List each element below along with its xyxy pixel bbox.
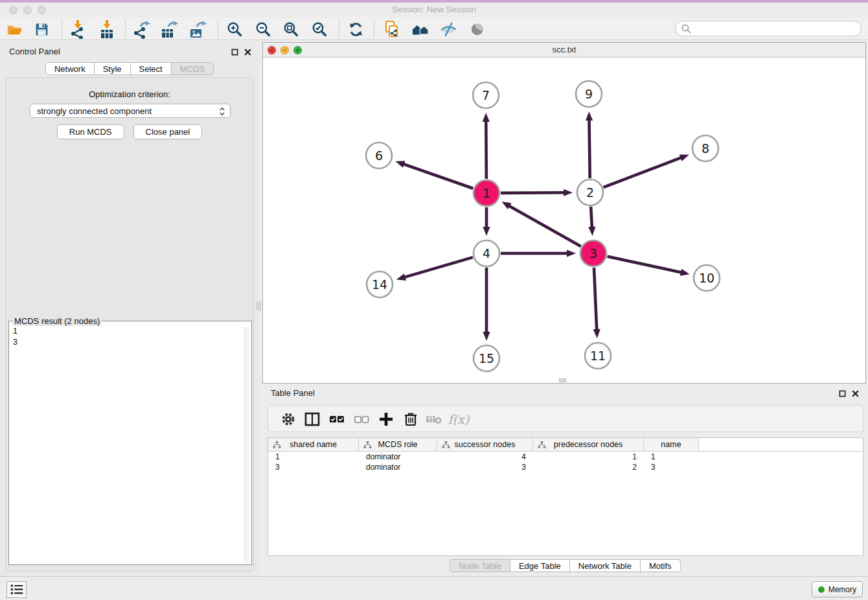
minimize-network-icon[interactable]: [280, 46, 289, 54]
tab-style[interactable]: Style: [95, 62, 131, 75]
delete-column-icon[interactable]: [402, 410, 420, 428]
column-header-shared-name[interactable]: shared name: [268, 438, 359, 451]
zoom-selected-icon[interactable]: [310, 19, 328, 39]
home-icon[interactable]: [411, 19, 429, 39]
clone-network-icon[interactable]: [383, 19, 401, 39]
float-window-icon[interactable]: [839, 388, 846, 400]
zoom-in-icon[interactable]: [225, 19, 244, 39]
settings-gear-icon[interactable]: [279, 410, 297, 428]
tab-network-table[interactable]: Network Table: [570, 559, 641, 572]
zoom-out-icon[interactable]: [254, 19, 272, 39]
mcds-result-node: 1: [9, 326, 251, 337]
table-cell: dominator: [359, 462, 437, 472]
column-header-predecessor-nodes[interactable]: predecessor nodes: [533, 438, 644, 451]
import-table-icon[interactable]: [98, 19, 116, 39]
tab-motifs[interactable]: Motifs: [641, 559, 681, 572]
column-header-label: MCDS role: [378, 440, 417, 449]
column-layout-icon[interactable]: [303, 410, 321, 428]
search-input[interactable]: [675, 21, 862, 36]
edge-3-11[interactable]: [594, 268, 597, 330]
open-file-icon[interactable]: [5, 19, 23, 39]
network-window-title: scc.txt: [263, 43, 865, 54]
tab-node-table[interactable]: Node Table: [450, 559, 510, 572]
refresh-layout-icon[interactable]: [347, 19, 365, 39]
float-window-icon[interactable]: [231, 47, 238, 58]
export-table-icon[interactable]: [160, 19, 178, 39]
table-panel-title: Table Panel: [271, 388, 315, 398]
titlebar[interactable]: Session: New Session: [0, 3, 868, 17]
select-all-columns-icon[interactable]: [328, 410, 346, 428]
birds-eye-view-glyph: [469, 21, 486, 38]
mcds-result-text[interactable]: 13: [9, 326, 251, 564]
toolbar-separator: [374, 20, 374, 38]
save-session-icon[interactable]: [32, 19, 51, 39]
arrowhead-2-3: [588, 227, 595, 236]
export-network-glyph: [132, 20, 150, 39]
zoom-fit-icon[interactable]: [282, 19, 300, 39]
tab-mcds[interactable]: MCDS: [172, 62, 214, 75]
edge-4-14[interactable]: [404, 257, 472, 277]
graph-node-label-10: 10: [699, 271, 714, 285]
close-icon[interactable]: [244, 47, 251, 58]
arrowhead-4-3: [567, 249, 576, 257]
edge-3-10[interactable]: [607, 257, 681, 273]
column-header-successor-nodes[interactable]: successor nodes: [437, 438, 533, 451]
optimization-criterion-label: Optimization criterion:: [6, 89, 253, 99]
delete-table-icon[interactable]: [425, 410, 443, 428]
function-builder-icon[interactable]: f(x): [450, 410, 468, 428]
table-row[interactable]: 3dominator323: [268, 462, 863, 472]
birds-eye-view-icon[interactable]: [468, 19, 486, 39]
edge-1-2[interactable]: [501, 192, 565, 193]
result-scrollbar[interactable]: [244, 327, 250, 563]
edge-2-8[interactable]: [604, 157, 682, 187]
edge-2-9[interactable]: [589, 119, 590, 178]
add-column-icon[interactable]: [377, 410, 395, 428]
column-header-name[interactable]: name: [644, 438, 699, 451]
export-table-glyph: [160, 20, 178, 39]
criterion-select[interactable]: strongly connected component: [30, 104, 231, 118]
arrowhead-4-15: [483, 332, 490, 341]
memory-button[interactable]: Memory: [812, 581, 863, 597]
arrowhead-1-2: [564, 189, 573, 196]
horizontal-splitter-handle[interactable]: [559, 378, 566, 382]
column-sort-icon: [442, 441, 450, 448]
table-cell: 1: [644, 452, 699, 462]
table-panel: Table Panel: [262, 384, 868, 576]
import-network-glyph: [69, 20, 87, 39]
column-header-label: predecessor nodes: [554, 440, 622, 449]
table-toolbar: f(x): [268, 405, 863, 432]
run-mcds-button[interactable]: Run MCDS: [57, 124, 124, 139]
edge-2-3[interactable]: [591, 207, 592, 228]
close-panel-button[interactable]: Close panel: [133, 124, 203, 139]
network-canvas[interactable]: 1234678910111415: [263, 58, 865, 383]
graph-node-label-15: 15: [479, 351, 494, 365]
import-network-icon[interactable]: [69, 19, 87, 39]
column-header-MCDS-role[interactable]: MCDS role: [359, 438, 437, 451]
unselect-all-columns-icon[interactable]: [352, 410, 371, 428]
control-panel-title: Control Panel: [9, 47, 60, 56]
tab-edge-table[interactable]: Edge Table: [510, 559, 570, 572]
arrowhead-3-10: [680, 269, 690, 276]
network-window-titlebar[interactable]: scc.txt: [263, 43, 865, 58]
edge-3-1[interactable]: [508, 205, 581, 246]
tab-network[interactable]: Network: [45, 62, 95, 75]
vertical-splitter-handle[interactable]: [257, 302, 261, 310]
close-network-icon[interactable]: [268, 46, 276, 54]
edge-1-6[interactable]: [403, 164, 473, 189]
export-image-icon[interactable]: [188, 19, 207, 39]
table-row[interactable]: 1dominator411: [268, 452, 863, 462]
mcds-panel: Optimization criterion: strongly connect…: [5, 77, 254, 571]
close-icon[interactable]: [852, 388, 859, 400]
fx-label: f(x): [448, 412, 470, 426]
column-header-label: shared name: [290, 440, 337, 449]
export-network-icon[interactable]: [132, 19, 150, 39]
graph-node-label-4: 4: [483, 246, 490, 260]
task-history-button[interactable]: [6, 581, 27, 598]
control-panel: Control Panel NetworkStyleSelectMCDS Opt…: [0, 41, 259, 576]
clone-network-glyph: [383, 20, 401, 38]
graphics-details-icon[interactable]: [439, 19, 457, 39]
edge-1-7[interactable]: [486, 121, 486, 179]
tab-select[interactable]: Select: [131, 62, 172, 75]
zoom-network-icon[interactable]: [293, 46, 302, 54]
table-header-row: shared nameMCDS rolesuccessor nodesprede…: [268, 438, 863, 452]
